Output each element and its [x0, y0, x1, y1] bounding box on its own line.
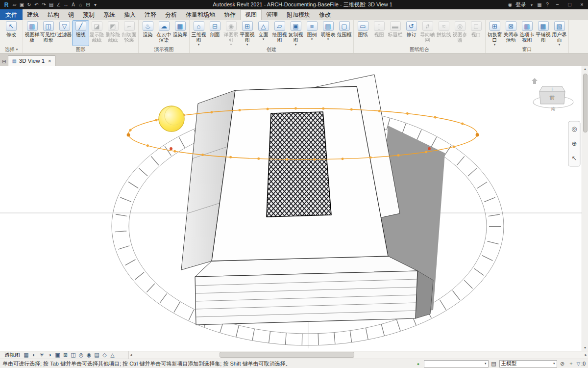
ribbon-button-drafting-view[interactable]: ▱ 绘图视图 ▾ — [271, 21, 288, 46]
ribbon-tab-collaborate[interactable]: 协作 — [220, 9, 240, 20]
ribbon-button-thin-lines[interactable]: ╱ 细线 ▾ — [73, 21, 89, 46]
vertical-scrollbar[interactable]: ▴ ▾ — [582, 66, 588, 351]
scroll-left-icon[interactable]: ◂ — [130, 351, 132, 359]
ribbon-tab-steel[interactable]: 钢 — [64, 9, 78, 20]
ribbon-tab-structure[interactable]: 结构 — [43, 9, 64, 20]
ribbon-tab-modify[interactable]: 修改 — [315, 9, 335, 20]
building-model[interactable] — [181, 75, 445, 325]
qat-button-text[interactable]: A — [70, 2, 77, 7]
view-control-crop-view[interactable]: ⊠ — [62, 351, 70, 359]
sun[interactable] — [159, 106, 184, 131]
scale-button[interactable]: 透视图 — [2, 352, 23, 359]
diagrid-panel[interactable] — [267, 112, 331, 217]
qat-button-print[interactable]: ▤ — [48, 2, 55, 7]
ribbon-tab-annotate[interactable]: 注释 — [140, 9, 161, 20]
viewcube[interactable]: 上 前 南 — [532, 78, 573, 111]
ribbon-button-user-interface[interactable]: ▧ 用户界面 ▾ — [551, 21, 567, 46]
view-control-detail-level[interactable]: ▦ — [23, 351, 30, 359]
ribbon-button-elevation[interactable]: △ 立面 ▾ — [255, 21, 271, 46]
view-control-highlight-displacement-sets[interactable]: △ — [109, 351, 117, 359]
qat-button-open[interactable]: ▱ — [11, 2, 18, 7]
ribbon-button-revisions[interactable]: ↺ 修订 ▾ — [403, 21, 419, 46]
ribbon-button-section[interactable]: ⊟ 剖面 ▾ — [207, 21, 223, 46]
ribbon-tab-massing-site[interactable]: 体量和场地 — [181, 9, 220, 20]
qat-button-aligned-dimension[interactable]: ↔ — [62, 2, 70, 7]
ribbon-tab-addins[interactable]: 附加模块 — [282, 9, 315, 20]
exclude-options-icon[interactable] — [559, 361, 566, 367]
ribbon-button-switch-windows[interactable]: ⊞ 切换窗口 ▾ — [487, 21, 503, 46]
views-list-icon[interactable] — [2, 59, 6, 64]
ribbon-button-render-in-cloud[interactable]: ☁ 在云中渲染 ▾ — [156, 21, 172, 46]
view-control-shadows[interactable]: ◑ — [46, 351, 54, 359]
ribbon-tab-insert[interactable]: 插入 — [120, 9, 140, 20]
qat-button-default-3d-view[interactable]: ⌂ — [77, 2, 84, 7]
help-icon[interactable]: ? — [543, 2, 551, 7]
horizontal-scroll-thumb[interactable] — [220, 352, 354, 358]
ribbon-button-tab-views[interactable]: ▥ 选项卡视图 ▾ — [519, 21, 535, 46]
navigation-bar[interactable]: ◎ ⊕ ↖ — [568, 121, 580, 166]
scroll-right-icon[interactable]: ▸ — [585, 351, 587, 359]
view-control-temporary-hide-isolate[interactable]: ◎ — [77, 351, 85, 359]
ribbon-button-modify[interactable]: ↖ 修改 ▾ — [1, 21, 22, 46]
close-view-icon[interactable]: × — [48, 58, 51, 64]
press-drag-icon[interactable] — [568, 361, 575, 367]
ribbon-tab-systems[interactable]: 系统 — [99, 9, 120, 20]
podium-front-face[interactable] — [195, 271, 417, 325]
workset-combo[interactable]: ▾ — [424, 360, 489, 368]
qat-button-sync-with-central[interactable]: ↻ — [25, 2, 33, 7]
ribbon-button-duplicate-view[interactable]: ▣ 复制视图 ▾ — [288, 21, 304, 46]
ribbon-button-render[interactable]: ♨ 渲染 ▾ — [140, 21, 156, 46]
file-menu-button[interactable]: 文件 — [0, 9, 23, 20]
ribbon-tab-precast[interactable]: 预制 — [78, 9, 99, 20]
ribbon-tab-architecture[interactable]: 建筑 — [23, 9, 43, 20]
3d-view-canvas[interactable]: 上 前 南 ◎ ⊕ ↖ — [0, 66, 582, 351]
ribbon-button-plan-views[interactable]: ⊞ 平面视图 ▾ — [239, 21, 255, 46]
zoom-icon[interactable]: ⊕ — [572, 140, 577, 147]
view-control-show-rendering-dialog[interactable]: ▣ — [54, 351, 62, 359]
ribbon-button-close-inactive[interactable]: ⊠ 关闭非活动 ▾ — [503, 21, 519, 46]
design-option-combo[interactable]: 主模型▾ — [499, 360, 557, 368]
qat-button-redo[interactable]: ↷ — [40, 2, 48, 7]
close-button[interactable]: × — [576, 0, 588, 9]
worksharing-icon[interactable] — [415, 361, 422, 367]
view-control-visual-style[interactable]: ◐ — [30, 351, 38, 359]
steering-wheel-icon[interactable]: ◎ — [571, 125, 577, 132]
ribbon-button-view-template[interactable]: ▥ 视图样板 ▾ — [24, 21, 40, 46]
qat-button-section[interactable]: ⊟ — [84, 2, 92, 7]
qat-button-customize[interactable]: ▾ — [92, 2, 99, 7]
design-options-icon[interactable] — [490, 361, 497, 367]
sign-in-dropdown-icon[interactable] — [528, 2, 536, 7]
view-control-show-analytical-model[interactable]: ◇ — [101, 351, 109, 359]
ribbon-button-render-gallery[interactable]: ▦ 渲染库 ▾ — [172, 21, 188, 46]
viewcube-home-icon[interactable] — [532, 78, 538, 84]
ribbon-button-sheet[interactable]: ▭ 图纸 ▾ — [355, 21, 371, 46]
drawing-area[interactable]: 上 前 南 ◎ ⊕ ↖ ▴ ▾ — [0, 66, 588, 351]
scroll-down-icon[interactable]: ▾ — [584, 345, 586, 351]
app-store-icon[interactable] — [536, 2, 543, 7]
scroll-up-icon[interactable]: ▴ — [584, 66, 586, 72]
qat-button-save[interactable]: ▣ — [18, 2, 25, 7]
ribbon-button-filters[interactable]: ▽ 过滤器 ▾ — [56, 21, 73, 46]
qat-button-measure[interactable]: ∠ — [55, 2, 62, 7]
sun-path-node[interactable] — [127, 133, 130, 137]
ribbon-button-3d-view[interactable]: ⌂ 三维视图 ▾ — [191, 21, 207, 46]
minimize-button[interactable]: − — [551, 0, 564, 9]
qat-button-undo[interactable]: ↶ — [33, 2, 40, 7]
vertical-scroll-thumb[interactable] — [583, 74, 588, 132]
view-control-reveal-hidden-elements[interactable]: ◉ — [85, 351, 93, 359]
previous-view-icon[interactable]: ↖ — [572, 155, 577, 162]
ribbon-button-legends[interactable]: ≡ 图例 ▾ — [304, 21, 320, 46]
ribbon-button-scope-box[interactable]: ▢ 范围框 ▾ — [336, 21, 352, 46]
view-control-show-crop-region[interactable]: ◫ — [70, 351, 77, 359]
ribbon-tab-manage[interactable]: 管理 — [262, 9, 282, 20]
revit-logo[interactable]: R — [2, 1, 11, 8]
ribbon-tab-view[interactable]: 视图 — [240, 9, 262, 20]
sign-in-button[interactable]: 登录 — [515, 1, 526, 8]
view-tab-3d-view-1[interactable]: 3D View 1 × — [8, 55, 55, 66]
sunrise-marker[interactable] — [170, 147, 172, 150]
maximize-button[interactable]: □ — [564, 0, 576, 9]
horizontal-scrollbar[interactable]: ◂ ▸ — [128, 351, 588, 359]
selection-filter-button[interactable]: :0 — [577, 361, 586, 367]
ribbon-button-schedules[interactable]: ▤ 明细表 ▾ — [320, 21, 336, 46]
ribbon-tab-analyze[interactable]: 分析 — [161, 9, 181, 20]
